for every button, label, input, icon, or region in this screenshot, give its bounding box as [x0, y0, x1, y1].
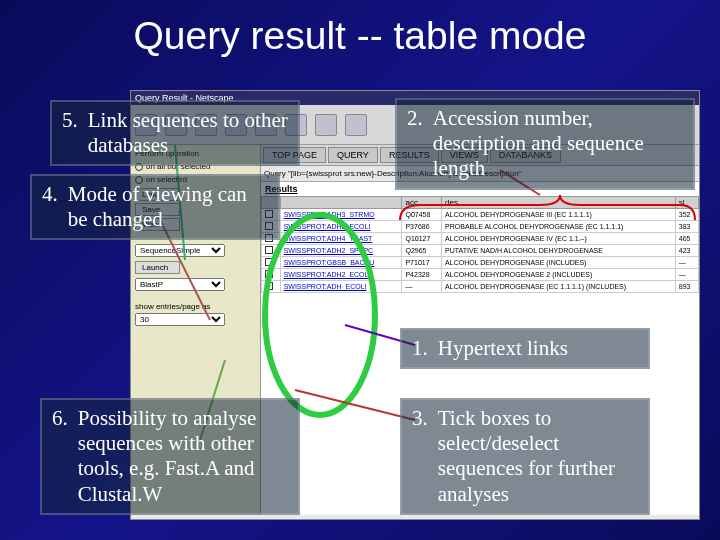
show-entries-label: show entries/page as [135, 302, 256, 311]
stop-icon[interactable] [345, 114, 367, 136]
callout-1: 1. Hypertext links [400, 328, 650, 369]
callout-5: 5. Link sequences to other databases [50, 100, 300, 166]
table-row: SWISSPROT:ADH2_ECOLIP42328ALCOHOL DEHYDR… [262, 269, 699, 281]
row-acc: — [402, 281, 442, 293]
row-acc: Q2965 [402, 245, 442, 257]
row-checkbox[interactable] [265, 246, 273, 254]
callout-num: 6. [52, 406, 68, 507]
callout-text: Mode of viewing can be changed [68, 182, 268, 232]
callout-text: Tick boxes to select/deselect sequences … [438, 406, 638, 507]
row-id-link[interactable]: SWISSPROT:ADH2_SPVPC [280, 245, 402, 257]
row-sl: — [675, 257, 698, 269]
row-sl: 423 [675, 245, 698, 257]
tab-query[interactable]: QUERY [328, 147, 378, 163]
row-checkbox[interactable] [265, 282, 273, 290]
row-id-link[interactable]: SWISSPROT:ADH3_STRMO [280, 209, 402, 221]
row-sl: 893 [675, 281, 698, 293]
tool-select[interactable]: BlastP [135, 278, 225, 291]
callout-3: 3. Tick boxes to select/deselect sequenc… [400, 398, 650, 515]
row-id-link[interactable]: SWISSPROT:ADH4_YEAST [280, 233, 402, 245]
col-des: des [442, 197, 676, 209]
row-des: ALCOHOL DEHYDROGENASE IV (EC 1.1.–) [442, 233, 676, 245]
launch-button[interactable]: Launch [135, 261, 180, 274]
row-sl: 383 [675, 221, 698, 233]
callout-num: 4. [42, 182, 58, 232]
row-des: ALCOHOL DEHYDROGENASE 2 (INCLUDES) [442, 269, 676, 281]
callout-4: 4. Mode of viewing can be changed [30, 174, 280, 240]
callout-text: Accession number, description and sequen… [433, 106, 683, 182]
row-acc: Q07458 [402, 209, 442, 221]
row-des: PROBABLE ALCOHOL DEHYDROGENASE (EC 1.1.1… [442, 221, 676, 233]
callout-num: 1. [412, 336, 428, 361]
table-header-row: acc des sl [262, 197, 699, 209]
row-checkbox[interactable] [265, 258, 273, 266]
callout-num: 3. [412, 406, 428, 507]
callout-6: 6. Possibility to analyse sequences with… [40, 398, 300, 515]
slide-title: Query result -- table mode [0, 0, 720, 66]
table-row: SWISSPROT:ADH3_STRMOQ07458ALCOHOL DEHYDR… [262, 209, 699, 221]
callout-text: Hypertext links [438, 336, 568, 361]
row-acc: Q10127 [402, 233, 442, 245]
row-id-link[interactable]: SWISSPROT:ADH_ECOLI [280, 281, 402, 293]
row-checkbox[interactable] [265, 270, 273, 278]
col-sl: sl [675, 197, 698, 209]
row-acc: P71017 [402, 257, 442, 269]
row-id-link[interactable]: SWISSPROT:GBSB_BACSU [280, 257, 402, 269]
callout-text: Link sequences to other databases [88, 108, 288, 158]
row-acc: P42328 [402, 269, 442, 281]
results-table: acc des sl SWISSPROT:ADH3_STRMOQ07458ALC… [261, 196, 699, 293]
row-sl: 465 [675, 233, 698, 245]
col-id [280, 197, 402, 209]
row-id-link[interactable]: SWISSPROT:ADH2_ECOLI [280, 269, 402, 281]
view-mode-select[interactable]: SequenceSimple [135, 244, 225, 257]
table-row: SWISSPROT:ADH_ECOLI—ALCOHOL DEHYDROGENAS… [262, 281, 699, 293]
row-id-link[interactable]: SWISSPROT:ADH2_ECOLI [280, 221, 402, 233]
table-row: SWISSPROT:ADH2_SPVPCQ2965PUTATIVE NAD/H … [262, 245, 699, 257]
per-page-select[interactable]: 30 [135, 313, 225, 326]
table-row: SWISSPROT:ADH4_YEASTQ10127ALCOHOL DEHYDR… [262, 233, 699, 245]
callout-text: Possibility to analyse sequences with ot… [78, 406, 288, 507]
callout-2: 2. Accession number, description and seq… [395, 98, 695, 190]
row-des: ALCOHOL DEHYDROGENASE (EC 1.1.1.1) (INCL… [442, 281, 676, 293]
row-des: PUTATIVE NAD/H ALCOHOL DEHYDROGENASE [442, 245, 676, 257]
callout-num: 5. [62, 108, 78, 158]
col-acc: acc [402, 197, 442, 209]
row-acc: P37686 [402, 221, 442, 233]
callout-num: 2. [407, 106, 423, 182]
row-des: ALCOHOL DEHYDROGENASE III (EC 1.1.1.1) [442, 209, 676, 221]
row-sl: — [675, 269, 698, 281]
row-des: ALCOHOL DEHYDROGENASE (INCLUDES) [442, 257, 676, 269]
table-row: SWISSPROT:GBSB_BACSUP71017ALCOHOL DEHYDR… [262, 257, 699, 269]
table-row: SWISSPROT:ADH2_ECOLIP37686PROBABLE ALCOH… [262, 221, 699, 233]
row-sl: 352 [675, 209, 698, 221]
security-icon[interactable] [315, 114, 337, 136]
